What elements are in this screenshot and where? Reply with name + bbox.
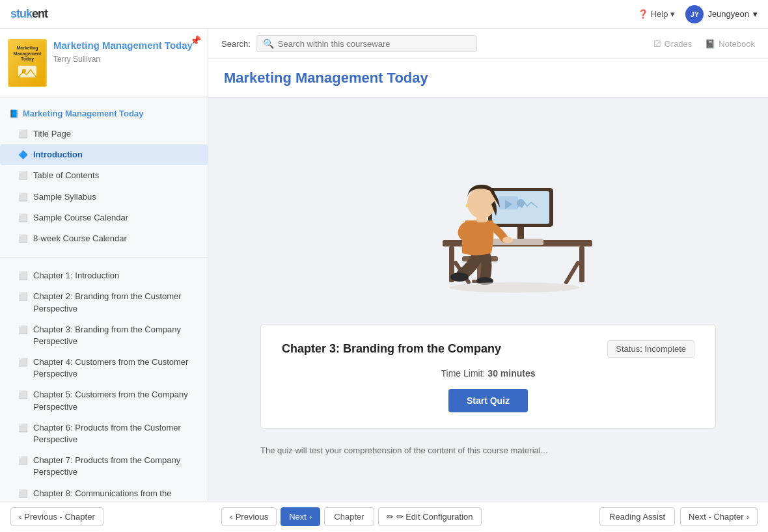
- svg-line-6: [566, 263, 578, 282]
- help-chevron-icon: ▾: [670, 9, 675, 19]
- book-cover-title: MarketingManagementToday: [14, 46, 42, 62]
- page-icon: ⬜: [18, 390, 28, 401]
- time-limit: Time Limit: 30 minutes: [282, 368, 694, 379]
- page-icon-active: 🔷: [18, 150, 28, 161]
- sidebar-item-label: Table of Contents: [33, 170, 99, 181]
- notebook-icon: 📓: [705, 39, 715, 49]
- time-limit-value: 30 minutes: [487, 368, 535, 379]
- book-cover: MarketingManagementToday: [8, 39, 47, 87]
- sidebar-item-ch7[interactable]: ⬜ Chapter 7: Products from the Company P…: [0, 450, 208, 483]
- help-button[interactable]: ❓ Help ▾: [638, 9, 676, 19]
- next-label: Next: [289, 512, 307, 522]
- edit-config-button[interactable]: ✏ ✏ Edit Configuration: [378, 507, 482, 526]
- prev-icon: ‹: [230, 512, 232, 522]
- sidebar-item-ch6[interactable]: ⬜ Chapter 6: Products from the Customer …: [0, 418, 208, 450]
- sidebar-item-label: Chapter 6: Products from the Customer Pe…: [33, 422, 199, 446]
- chapter-illustration: [377, 113, 599, 308]
- user-chevron-icon: ▾: [753, 9, 758, 19]
- svg-rect-14: [491, 239, 543, 245]
- svg-point-22: [466, 204, 469, 207]
- sidebar-item-8-week-calendar[interactable]: ⬜ 8-week Course Calendar: [0, 228, 208, 249]
- notebook-label: Notebook: [719, 39, 755, 49]
- start-quiz-button[interactable]: Start Quiz: [448, 389, 528, 412]
- search-input[interactable]: [278, 39, 470, 49]
- sidebar-item-ch1[interactable]: ⬜ Chapter 1: Introduction: [0, 265, 208, 286]
- book-info: Marketing Management Today Terry Sulliva…: [53, 39, 200, 64]
- svg-point-18: [450, 273, 469, 282]
- pin-icon[interactable]: 📌: [190, 35, 201, 46]
- next-button[interactable]: Next ›: [281, 507, 320, 526]
- content-body: Chapter 3: Branding from the Company Sta…: [208, 98, 768, 473]
- content-area: Marketing Management Today: [208, 59, 768, 532]
- sidebar-item-label: Introduction: [33, 149, 83, 161]
- bottom-nav-right: Reading Assist Next - Chapter ›: [599, 507, 758, 526]
- sidebar-item-label: Chapter 2: Branding from the Customer Pe…: [33, 291, 199, 314]
- page-icon: ⬜: [18, 170, 28, 181]
- sidebar-section-header[interactable]: 📘 Marketing Management Today: [0, 103, 208, 124]
- status-badge: Status: Incomplete: [607, 340, 694, 358]
- bottom-nav-center: ‹ Previous Next › Chapter ✏ ✏ Edit Confi…: [221, 507, 481, 526]
- sidebar-chapters-section: ⬜ Chapter 1: Introduction ⬜ Chapter 2: B…: [0, 260, 208, 521]
- chapter-card-header: Chapter 3: Branding from the Company Sta…: [282, 340, 694, 358]
- prev-chapter-button[interactable]: ‹ Previous - Chapter: [10, 507, 103, 526]
- edit-icon: ✏: [387, 512, 394, 522]
- grades-button[interactable]: ☑ Grades: [653, 39, 693, 49]
- book-section-icon: 📘: [9, 109, 19, 118]
- svg-point-24: [449, 282, 579, 293]
- prev-chapter-icon: ‹: [19, 512, 21, 522]
- sidebar-item-title-page[interactable]: ⬜ Title Page: [0, 124, 208, 144]
- sidebar-item-sample-course-calendar[interactable]: ⬜ Sample Course Calendar: [0, 207, 208, 228]
- edit-config-label: ✏ Edit Configuration: [396, 512, 473, 522]
- sidebar-item-label: Sample Syllabus: [33, 191, 96, 203]
- content-text: The quiz will test your comprehension of…: [260, 444, 716, 458]
- sidebar-item-sample-syllabus[interactable]: ⬜ Sample Syllabus: [0, 187, 208, 207]
- prev-chapter-label: Previous - Chapter: [24, 512, 94, 522]
- svg-point-23: [502, 237, 513, 243]
- page-icon: ⬜: [18, 423, 28, 434]
- book-author: Terry Sullivan: [53, 55, 200, 64]
- next-chapter-button[interactable]: Next - Chapter ›: [680, 507, 758, 526]
- sidebar-main-section: 📘 Marketing Management Today ⬜ Title Pag…: [0, 98, 208, 254]
- page-icon: ⬜: [18, 129, 28, 140]
- page-icon: ⬜: [18, 488, 28, 499]
- search-input-wrap: 🔍: [256, 35, 477, 52]
- help-label: Help: [651, 9, 668, 19]
- chapter-card: Chapter 3: Branding from the Company Sta…: [260, 324, 716, 429]
- sidebar-item-ch5[interactable]: ⬜ Chapter 5: Customers from the Company …: [0, 384, 208, 417]
- chapter-button[interactable]: Chapter: [324, 507, 374, 526]
- search-left: Search: 🔍: [221, 35, 477, 52]
- sidebar-item-label: Chapter 4: Customers from the Customer P…: [33, 356, 199, 380]
- chapter-card-title: Chapter 3: Branding from the Company: [282, 342, 501, 356]
- content-main-title: Marketing Management Today: [224, 70, 752, 86]
- sidebar-item-ch2[interactable]: ⬜ Chapter 2: Branding from the Customer …: [0, 286, 208, 319]
- content-title-bar: Marketing Management Today: [208, 59, 768, 98]
- sidebar-item-introduction[interactable]: 🔷 Introduction: [0, 144, 208, 165]
- sidebar-item-table-of-contents[interactable]: ⬜ Table of Contents: [0, 165, 208, 186]
- sidebar-item-ch4[interactable]: ⬜ Chapter 4: Customers from the Customer…: [0, 352, 208, 384]
- chapter-label: Chapter: [334, 512, 364, 522]
- search-label: Search:: [221, 39, 251, 49]
- main-panel: Search: 🔍 ☑ Grades 📓 Notebook Market: [208, 29, 768, 532]
- next-chapter-icon: ›: [747, 512, 749, 522]
- book-cover-inner: MarketingManagementToday: [9, 40, 46, 86]
- page-icon: ⬜: [18, 271, 28, 282]
- page-icon: ⬜: [18, 291, 28, 302]
- page-icon: ⬜: [18, 325, 28, 336]
- bottom-nav: ‹ Previous - Chapter ‹ Previous Next › C…: [0, 501, 768, 532]
- book-header: MarketingManagementToday Marketing Manag…: [0, 29, 208, 98]
- page-icon: ⬜: [18, 192, 28, 203]
- sidebar: MarketingManagementToday Marketing Manag…: [0, 29, 208, 532]
- notebook-button[interactable]: 📓 Notebook: [705, 39, 755, 49]
- sidebar-item-label: Chapter 1: Introduction: [33, 270, 119, 282]
- sidebar-item-label: Chapter 7: Products from the Company Per…: [33, 455, 199, 478]
- prev-button[interactable]: ‹ Previous: [221, 507, 277, 526]
- svg-rect-4: [579, 246, 584, 282]
- reading-assist-button[interactable]: Reading Assist: [599, 507, 675, 526]
- user-menu[interactable]: JY Jeungyeon ▾: [685, 5, 758, 23]
- sidebar-item-ch3[interactable]: ⬜ Chapter 3: Branding from the Company P…: [0, 319, 208, 352]
- page-icon: ⬜: [18, 233, 28, 245]
- search-bar: Search: 🔍 ☑ Grades 📓 Notebook: [208, 29, 768, 59]
- header-right: ❓ Help ▾ JY Jeungyeon ▾: [638, 5, 758, 23]
- sidebar-item-label: Chapter 5: Customers from the Company Pe…: [33, 389, 199, 412]
- header: stukent ❓ Help ▾ JY Jeungyeon ▾: [0, 0, 768, 29]
